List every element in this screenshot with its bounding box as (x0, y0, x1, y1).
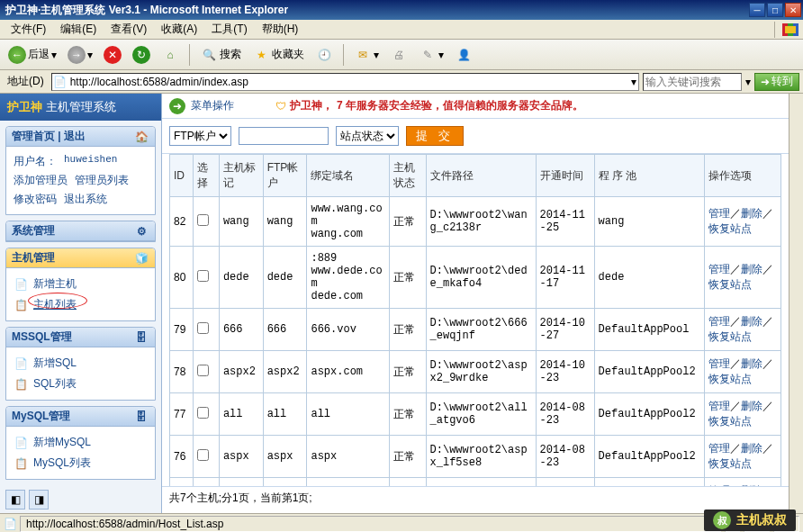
back-arrow-icon[interactable]: ➜ (169, 98, 185, 114)
th-ftp: FTP帐户 (263, 155, 307, 197)
op-restore[interactable]: 恢复站点 (708, 373, 752, 385)
cell-ops: 管理／删除／恢复站点 (704, 309, 780, 351)
nav-section-host-header[interactable]: 主机管理 🧊 (6, 248, 155, 268)
nav-section-mssql-header[interactable]: MSSQL管理 🗄 (6, 328, 155, 347)
table-row: 74asp22asp:888正常D:\wwwroot2\asp_ic2ob520… (170, 478, 781, 487)
op-manage[interactable]: 管理 (708, 315, 730, 328)
op-restore[interactable]: 恢复站点 (708, 278, 752, 291)
content: ➜ 菜单操作 🛡 护卫神， 7 年服务器安全经验，值得信赖的服务器安全品牌。 F… (162, 94, 789, 513)
cell-pool: DefaultAppPool (594, 309, 704, 351)
cell-status: 正常 (389, 247, 426, 309)
filter-text-input[interactable] (239, 127, 329, 145)
op-manage[interactable]: 管理 (708, 442, 730, 455)
row-checkbox[interactable] (197, 270, 209, 282)
messenger-button[interactable]: 👤 (450, 43, 477, 67)
op-delete[interactable]: 删除 (741, 207, 762, 220)
op-delete[interactable]: 删除 (741, 315, 762, 328)
menu-view[interactable]: 查看(V) (104, 20, 154, 39)
row-checkbox[interactable] (197, 214, 209, 226)
edit-button[interactable]: ✎▾ (414, 43, 448, 67)
nav-section-mysql-header[interactable]: MySQL管理 🗄 (6, 407, 155, 427)
op-delete[interactable]: 删除 (741, 400, 762, 412)
th-path: 文件路径 (426, 155, 536, 197)
add-icon: 📄 (14, 436, 28, 450)
cell-ops: 管理／删除／恢复站点 (704, 436, 780, 478)
uncle-badge[interactable]: 叔 主机叔叔 (704, 509, 796, 531)
search-button[interactable]: 🔍 搜索 (195, 43, 246, 67)
nav-item-new-sql[interactable]: 📄新增SQL (14, 353, 148, 374)
row-checkbox[interactable] (197, 449, 209, 461)
row-checkbox[interactable] (197, 365, 209, 376)
op-delete[interactable]: 删除 (741, 442, 762, 455)
nav-item-new-host[interactable]: 📄 新增主机 (14, 274, 148, 294)
menu-favorites[interactable]: 收藏(A) (154, 20, 204, 39)
op-manage[interactable]: 管理 (708, 400, 730, 412)
submit-button[interactable]: 提 交 (406, 126, 464, 146)
op-manage[interactable]: 管理 (708, 207, 730, 220)
cell-select (194, 247, 219, 309)
address-input[interactable] (70, 76, 627, 88)
star-icon: ★ (252, 46, 270, 64)
home-button[interactable]: ⌂ (157, 43, 184, 67)
account-type-select[interactable]: FTP帐户 (169, 126, 231, 146)
cell-ftp: 666 (263, 309, 307, 351)
refresh-button[interactable]: ↻ (128, 43, 155, 67)
link-exit-system[interactable]: 退出系统 (64, 192, 107, 207)
minimize-button[interactable]: ─ (749, 3, 765, 17)
messenger-icon: 👤 (455, 46, 473, 64)
menu-file[interactable]: 文件(F) (4, 20, 53, 39)
mail-button[interactable]: ✉▾ (349, 43, 383, 67)
stop-button[interactable]: ✕ (99, 43, 126, 67)
menu-help[interactable]: 帮助(H) (255, 20, 306, 39)
site-status-select[interactable]: 站点状态 (336, 126, 399, 146)
close-button[interactable]: ✕ (785, 3, 801, 17)
menu-edit[interactable]: 编辑(E) (53, 20, 104, 39)
op-restore[interactable]: 恢复站点 (708, 415, 752, 428)
th-time: 开通时间 (536, 155, 594, 197)
toolbar-separator (343, 44, 344, 66)
op-restore[interactable]: 恢复站点 (708, 330, 752, 343)
search-dropdown[interactable]: ▾ (745, 76, 751, 88)
browser-search-input[interactable] (644, 76, 741, 88)
cell-time: 2014-08-23 (536, 436, 594, 478)
op-delete[interactable]: 删除 (741, 263, 762, 275)
bottom-icon-2[interactable]: ◨ (29, 490, 49, 509)
forward-button[interactable]: → ▾ (63, 43, 97, 67)
cell-pool: DefaultAppPool2 (594, 393, 704, 436)
link-change-password[interactable]: 修改密码 (14, 192, 57, 207)
address-dropdown[interactable]: ▾ (631, 76, 636, 88)
bottom-icon-1[interactable]: ◧ (5, 490, 25, 509)
add-icon: 📄 (14, 277, 28, 292)
vertical-scrollbar[interactable] (789, 94, 803, 513)
nav-item-sql-list[interactable]: 📋SQL列表 (14, 374, 148, 394)
link-add-admin[interactable]: 添加管理员 (14, 173, 68, 188)
chevron-down-icon: ▾ (438, 49, 444, 61)
row-checkbox[interactable] (197, 407, 209, 419)
maximize-button[interactable]: □ (767, 3, 783, 17)
nav-section-system-header[interactable]: 系统管理 ⚙ (6, 221, 155, 241)
history-button[interactable]: 🕘 (311, 43, 338, 67)
back-button[interactable]: ← 后退 ▾ (4, 43, 61, 67)
table-row: 82wangwangwww.wang.comwang.com正常D:\wwwro… (170, 197, 781, 247)
op-restore[interactable]: 恢复站点 (708, 457, 752, 470)
link-admin-list[interactable]: 管理员列表 (75, 173, 129, 188)
content-header: ➜ 菜单操作 🛡 护卫神， 7 年服务器安全经验，值得信赖的服务器安全品牌。 (162, 94, 789, 119)
op-restore[interactable]: 恢复站点 (708, 222, 752, 235)
nav-item-new-mysql[interactable]: 📄新增MySQL (14, 432, 148, 453)
row-checkbox[interactable] (197, 322, 209, 334)
op-delete[interactable]: 删除 (741, 357, 762, 370)
go-button[interactable]: ➜ 转到 (754, 73, 799, 91)
op-manage[interactable]: 管理 (708, 263, 730, 275)
chevron-down-icon: ▾ (51, 49, 57, 61)
cell-path: D:\wwwroot2\asp_ic2ob5 (426, 478, 536, 487)
nav-item-mysql-list[interactable]: 📋MySQL列表 (14, 453, 148, 473)
nav-item-host-list[interactable]: 📋 主机列表 (14, 294, 148, 315)
th-ops: 操作选项 (704, 155, 780, 197)
favorites-button[interactable]: ★ 收藏夹 (248, 43, 309, 67)
op-manage[interactable]: 管理 (708, 357, 730, 370)
print-button[interactable]: 🖨 (385, 43, 412, 67)
nav-section-home-header[interactable]: 管理首页 | 退出 🏠 (6, 127, 155, 147)
nav-section-host: 主机管理 🧊 📄 新增主机 📋 主机列表 (5, 248, 156, 321)
menu-tools[interactable]: 工具(T) (204, 20, 254, 39)
addressbar: 地址(D) 📄 ▾ ▾ ➜ 转到 (0, 70, 803, 94)
